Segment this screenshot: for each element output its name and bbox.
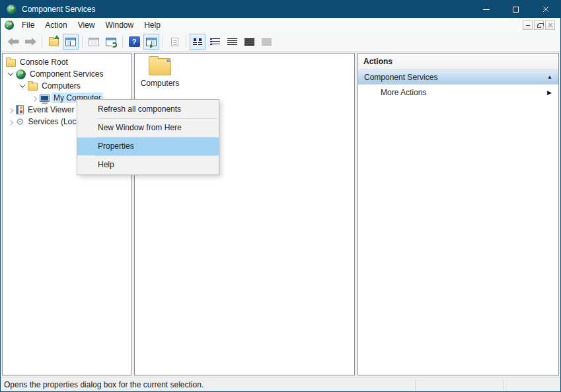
tree-item-computers[interactable]: Computers — [3, 80, 131, 92]
close-button[interactable] — [531, 1, 560, 18]
mdi-restore-icon — [537, 24, 541, 28]
small-icon-view-icon — [210, 38, 220, 46]
menu-action[interactable]: Action — [40, 19, 72, 32]
component-services-icon — [16, 69, 26, 79]
tree-item-label[interactable]: Computers — [40, 81, 83, 91]
chevron-right-icon — [32, 96, 37, 101]
menu-help[interactable]: Help — [139, 19, 166, 32]
customize-view-icon — [262, 38, 272, 46]
mdi-close-button[interactable] — [545, 20, 555, 30]
expand-chevron[interactable] — [5, 116, 16, 127]
chevron-down-icon — [8, 70, 13, 75]
console-tree-icon — [65, 38, 76, 46]
detail-view-icon — [244, 38, 254, 46]
chevron-down-icon — [20, 82, 25, 87]
expand-chevron[interactable] — [5, 69, 16, 79]
more-actions-item[interactable]: More Actions ▶ — [358, 85, 558, 100]
computer-icon — [40, 95, 50, 102]
forward-button[interactable] — [22, 34, 38, 50]
tree-item-label[interactable]: Services (Loc — [26, 116, 79, 127]
event-viewer-icon — [16, 105, 24, 114]
tree-item-label[interactable]: Event Viewer — [26, 104, 76, 115]
submenu-arrow-icon: ▶ — [547, 89, 552, 96]
more-actions-label: More Actions — [381, 88, 547, 97]
refresh-button[interactable] — [103, 34, 119, 50]
export-list-icon — [171, 38, 178, 46]
component-services-window: Component Services File Action View Wind… — [0, 0, 561, 392]
chevron-right-icon — [8, 108, 13, 113]
customize-view-button[interactable] — [258, 34, 274, 50]
maximize-button[interactable] — [501, 1, 531, 18]
tree-item-label[interactable]: Component Services — [28, 69, 105, 79]
mdi-window-controls — [523, 20, 555, 30]
action-pane-icon — [146, 38, 157, 46]
action-group-title: Component Services — [364, 73, 547, 82]
up-arrow-icon — [54, 35, 59, 39]
chevron-up-icon[interactable]: ▲ — [547, 74, 552, 80]
icon-view-button[interactable] — [190, 34, 206, 50]
expand-chevron[interactable] — [5, 104, 16, 115]
action-group-component-services[interactable]: Component Services ▲ — [358, 70, 558, 85]
menu-bar: File Action View Window Help — [1, 18, 560, 32]
close-icon — [542, 6, 549, 13]
list-item-computers[interactable]: Computers — [139, 58, 181, 88]
mdi-minimize-button[interactable] — [523, 20, 533, 30]
menu-view[interactable]: View — [73, 19, 100, 32]
help-button[interactable]: ? — [126, 34, 142, 50]
show-hide-action-pane-button[interactable] — [143, 34, 159, 50]
up-one-level-button[interactable] — [46, 34, 61, 50]
properties-button[interactable] — [86, 34, 102, 50]
toolbar-separator — [163, 36, 163, 48]
chevron-right-icon — [8, 120, 13, 125]
help-icon: ? — [129, 36, 140, 47]
properties-icon — [89, 38, 99, 46]
refresh-icon — [106, 38, 116, 46]
small-icon-view-button[interactable] — [207, 34, 223, 50]
window-controls — [471, 1, 560, 18]
menu-file[interactable]: File — [17, 19, 40, 32]
play-icon — [150, 44, 153, 48]
window-title: Component Services — [22, 5, 95, 14]
context-menu-item-refresh-all-components[interactable]: Refresh all components — [77, 100, 219, 118]
context-menu: Refresh all components New Window from H… — [77, 99, 219, 175]
show-hide-console-tree-button[interactable] — [63, 34, 79, 50]
detail-view-button[interactable] — [241, 34, 257, 50]
up-one-level-icon — [49, 38, 59, 46]
menu-window[interactable]: Window — [100, 19, 139, 32]
status-bar: Opens the properties dialog box for the … — [1, 377, 560, 391]
tree-item-label[interactable]: Console Root — [18, 57, 70, 67]
app-icon — [7, 5, 17, 15]
minimize-icon — [483, 9, 490, 10]
console-window-icon — [5, 20, 14, 30]
folder-large-icon — [149, 58, 171, 75]
actions-pane-header: Actions — [358, 54, 558, 70]
forward-icon — [25, 38, 36, 46]
icon-view-icon — [193, 38, 203, 46]
folder-icon — [28, 83, 38, 91]
expand-chevron[interactable] — [29, 93, 40, 103]
back-icon — [8, 38, 19, 46]
refresh-arrow-icon — [112, 42, 117, 48]
expand-chevron[interactable] — [17, 81, 28, 91]
back-button[interactable] — [5, 34, 21, 50]
list-item-label[interactable]: Computers — [139, 79, 181, 88]
mdi-restore-button[interactable] — [534, 20, 544, 30]
context-menu-item-new-window-from-here[interactable]: New Window from Here — [77, 119, 219, 137]
minimize-button[interactable] — [471, 1, 501, 18]
list-view-icon — [227, 38, 237, 46]
status-text: Opens the properties dialog box for the … — [4, 380, 204, 389]
context-menu-item-help[interactable]: Help — [77, 156, 219, 174]
toolbar-separator — [122, 36, 123, 48]
maximize-icon — [513, 7, 519, 13]
tree-item-console-root[interactable]: Console Root — [3, 56, 131, 68]
list-view-button[interactable] — [224, 34, 240, 50]
actions-header-label: Actions — [363, 57, 393, 66]
actions-pane: Actions Component Services ▲ More Action… — [357, 53, 559, 375]
export-list-button[interactable] — [167, 34, 182, 50]
mdi-minimize-icon — [526, 25, 530, 26]
tree-item-component-services[interactable]: Component Services — [3, 68, 131, 80]
context-menu-item-properties[interactable]: Properties — [77, 137, 219, 155]
folder-icon — [6, 59, 16, 67]
toolbar-separator — [186, 36, 186, 48]
toolbar-separator — [82, 36, 83, 48]
